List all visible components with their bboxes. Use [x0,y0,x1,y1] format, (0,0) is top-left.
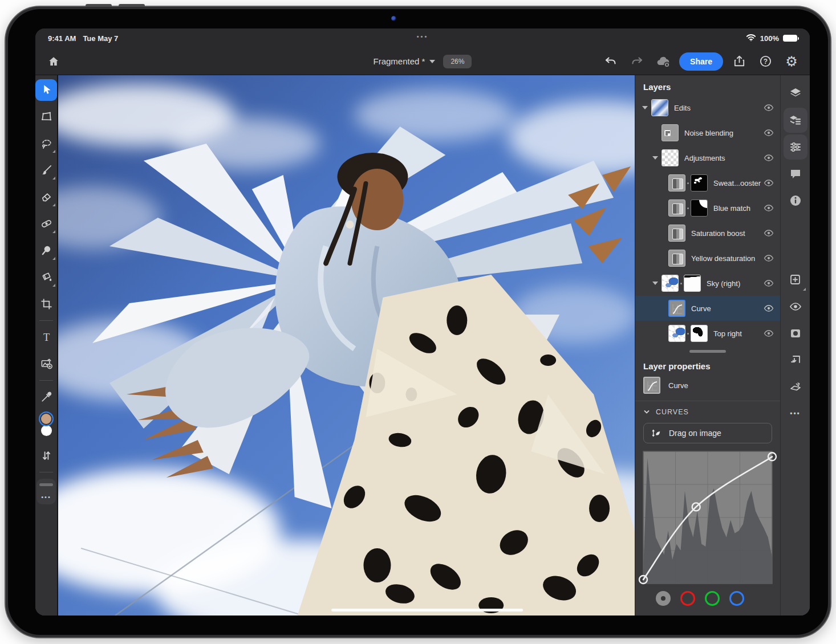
flatten-merge-icon[interactable] [784,374,807,400]
volume-button [86,4,112,7]
crop-tool[interactable] [35,294,57,315]
move-tool[interactable] [35,79,57,101]
curves-section-header[interactable]: CURVES [635,401,780,422]
visibility-eye-icon[interactable] [763,227,774,239]
undo-button[interactable] [600,51,621,72]
visibility-eye-icon[interactable] [763,328,774,339]
channel-red-button[interactable] [680,591,695,606]
more-options-icon[interactable]: ••• [784,401,807,426]
layer-row-yellow-desaturation[interactable]: Yellow desaturation [635,246,780,271]
front-camera [391,16,396,21]
top-toolbar: Fragmented * 26% [35,48,810,75]
layer-properties-name: Curve [668,381,688,390]
right-icon-rail: ••• [780,75,810,616]
dodge-burn-tool[interactable] [35,240,57,262]
layer-row-adjustments[interactable]: Adjustments [635,145,780,170]
add-layer-icon[interactable] [784,267,807,292]
help-button[interactable]: ? [755,51,776,72]
type-tool[interactable]: T [35,327,57,348]
drag-curve-icon [652,428,662,438]
layer-thumbnail [662,149,679,166]
layer-row-saturation-boost[interactable]: Saturation boost [635,221,780,246]
curves-chart-wrap [635,449,780,585]
channel-blue-button[interactable] [729,591,744,606]
rail-divider [39,320,53,321]
more-tools-icon[interactable]: ••• [41,495,51,501]
transform-tool[interactable] [35,106,57,128]
visibility-eye-icon[interactable] [763,127,774,138]
multitask-dots-icon[interactable]: ••• [35,33,810,40]
healing-brush-tool[interactable] [35,213,57,235]
layer-row-noise-blending[interactable]: Noise blending [635,120,780,145]
tool-rail: T ••• [35,75,58,616]
channel-green-button[interactable] [705,591,720,606]
color-wells[interactable] [35,411,57,441]
layers-header: Layers [635,75,780,95]
home-button[interactable] [43,51,64,72]
cloud-sync-offline-icon[interactable] [653,51,673,72]
document-canvas[interactable] [58,75,635,616]
main-content: T ••• [35,75,810,616]
info-icon[interactable] [784,188,807,213]
disclosure-triangle-icon[interactable] [652,156,658,160]
disclosure-triangle-icon[interactable] [642,106,648,109]
drag-on-image-button[interactable]: Drag on image [643,423,772,443]
layer-mask-icon[interactable] [784,321,807,346]
layer-properties-header: Layer properties [635,356,780,376]
mask-thumbnail [684,275,701,292]
brush-tool[interactable] [35,160,57,181]
layer-row-blue-match[interactable]: Blue match [635,195,780,221]
status-bar: 9:41 AM Tue May 7 ••• 100% [35,28,810,48]
visibility-eye-icon[interactable] [763,252,774,264]
layer-row-edits[interactable]: Edits [635,95,780,120]
disclosure-triangle-icon[interactable] [652,282,658,285]
clip-layer-icon[interactable] [784,348,807,373]
place-image-tool[interactable] [35,353,57,375]
visibility-eye-icon[interactable] [763,102,774,113]
redo-button[interactable] [627,51,647,72]
visibility-eye-icon[interactable] [763,303,774,314]
channel-rgb-button[interactable] [656,591,671,606]
panel-resize-handle[interactable] [689,350,726,353]
layer-row-curve-selected[interactable]: Curve [635,296,780,321]
swap-colors-icon[interactable] [35,445,57,467]
lasso-select-tool[interactable] [35,133,57,154]
svg-text:?: ? [763,58,767,66]
mask-thumbnail [691,325,708,342]
document-title[interactable]: Fragmented * [374,56,436,66]
curve-thumbnail [643,377,660,394]
layer-thumbnail [668,325,685,342]
adjustment-thumbnail [668,250,685,267]
drag-handle[interactable] [39,483,53,486]
export-icon[interactable] [729,51,749,72]
eyedropper-tool[interactable] [35,386,57,408]
foreground-color-well[interactable] [39,411,54,426]
layer-row-sweat-booster[interactable]: Sweat...ooster [635,170,780,195]
eraser-tool[interactable] [35,186,57,208]
mask-link-dot [687,207,689,209]
layer-row-top-right[interactable]: Top right [635,321,780,346]
visibility-eye-icon[interactable] [763,177,774,189]
layer-visibility-icon[interactable] [784,294,807,319]
adjustments-sliders-icon[interactable] [784,134,807,160]
settings-gear-icon[interactable]: ⚙ [781,51,802,72]
layer-row-sky-right[interactable]: Sky (right) [635,271,780,296]
adjustment-thumbnail [668,199,685,217]
chevron-down-icon [643,409,650,415]
home-indicator-bar[interactable] [331,609,523,612]
layers-view-icon[interactable] [784,81,807,106]
tool-options-pill: ••• [36,479,56,504]
comments-icon[interactable] [784,161,807,186]
visibility-eye-icon[interactable] [763,152,774,164]
chevron-down-icon [429,60,435,63]
curves-histogram-chart[interactable] [643,451,772,584]
layers-panel: Layers Edits Noise blending [635,75,780,616]
zoom-level-badge[interactable]: 26% [443,55,472,68]
compact-layers-view-icon[interactable] [784,108,807,133]
battery-icon [783,35,797,42]
share-button[interactable]: Share [679,52,723,71]
visibility-eye-icon[interactable] [763,278,774,289]
fill-bucket-tool[interactable] [35,267,57,288]
layer-thumbnail [662,124,679,141]
visibility-eye-icon[interactable] [763,202,774,214]
